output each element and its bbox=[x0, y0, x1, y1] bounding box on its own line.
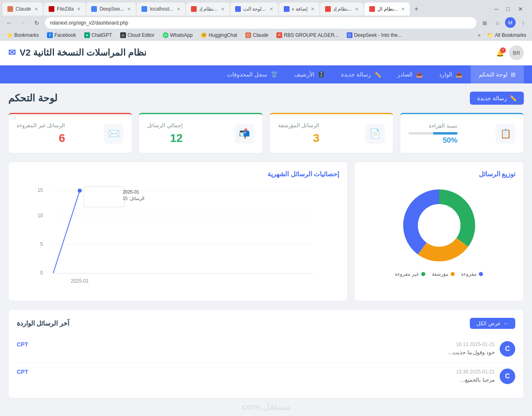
app-title: نظام المراسلات النسخة الثانية V2 ✉ bbox=[8, 47, 146, 58]
close-button[interactable]: ✕ bbox=[515, 5, 526, 13]
nav-new-message[interactable]: ✏️ رسالة جديدة bbox=[333, 65, 389, 83]
bookmark-rbs[interactable]: R RBS GROUPE ALGER... bbox=[273, 31, 341, 39]
msg-avatar-2: C bbox=[500, 369, 515, 384]
bookmark-huggingchat[interactable]: 🤗 HuggingChat bbox=[198, 31, 240, 39]
msg-top-2: 2025-01-21 15:39 CPT bbox=[17, 369, 495, 375]
view-all-button[interactable]: ← عرض الكل bbox=[470, 318, 515, 329]
y-label-10: 10 bbox=[38, 213, 43, 218]
msg-time-1: 2025-01-21 16:13 bbox=[456, 342, 495, 347]
address-input[interactable] bbox=[45, 17, 476, 29]
app-title-text: نظام المراسلات النسخة الثانية V2 bbox=[20, 47, 146, 58]
donut-chart-title: توزيع الرسائل bbox=[363, 170, 515, 178]
tab-close-nda2[interactable]: ✕ bbox=[355, 7, 359, 12]
mail-icon: ✉ bbox=[8, 47, 16, 58]
bookmark-whatsapp[interactable]: W WhatsApp bbox=[159, 31, 196, 39]
line-chart-svg: 15 10 5 0 2025-01 bbox=[21, 184, 335, 291]
nav-dashboard[interactable]: ⊞ لوحة التحكم bbox=[471, 65, 524, 83]
notification-bell[interactable]: 🔔 7 bbox=[496, 49, 504, 57]
bookmark-star-icon[interactable]: ☆ bbox=[492, 17, 503, 29]
message-item-2[interactable]: C 2025-01-21 15:39 CPT مرحبا بالجميع... bbox=[17, 363, 515, 390]
settings-icon[interactable]: ⋮ bbox=[517, 17, 529, 29]
trash-icon: 🗑️ bbox=[271, 71, 278, 78]
msg-top-1: 2025-01-21 16:13 CPT bbox=[17, 341, 495, 348]
new-message-button[interactable]: ✏️ رسالة جديدة bbox=[470, 92, 524, 105]
nav-dashboard-label: لوحة التحكم bbox=[479, 71, 507, 78]
read-rate-icon: 📋 bbox=[496, 124, 515, 144]
pencil-icon: ✏️ bbox=[510, 95, 516, 101]
whatsapp-icon: W bbox=[163, 32, 168, 38]
nav-new-message-label: رسالة جديدة bbox=[341, 71, 371, 78]
address-bar-row: ← → ↻ ⊞ ☆ M ⋮ bbox=[0, 16, 532, 30]
total-info: إجمالي الرسائل 12 bbox=[147, 122, 183, 145]
page-title: لوحة التحكم bbox=[8, 92, 57, 104]
tab-deepseek[interactable]: DeepSee... ✕ bbox=[86, 2, 136, 16]
forward-button[interactable]: → bbox=[17, 17, 29, 29]
claude-bk-label: Claude bbox=[253, 32, 268, 38]
line-chart-title: إحصائيات الرسائل الشهرية bbox=[17, 170, 339, 178]
bookmark-facebook[interactable]: f Facebook bbox=[44, 31, 79, 39]
nav-outbox[interactable]: 📤 الصادر bbox=[389, 65, 431, 83]
tab-localhost[interactable]: localhost... ✕ bbox=[137, 2, 185, 16]
tab-loha[interactable]: لوحة الت... ✕ bbox=[230, 2, 278, 16]
bookmark-cloud-editor[interactable]: ◎ Cloud Editor bbox=[117, 31, 158, 39]
tab-close-localhost[interactable]: ✕ bbox=[177, 7, 180, 12]
cloud-editor-icon: ◎ bbox=[120, 32, 126, 38]
tab-nda1[interactable]: نظام إد... ✕ bbox=[186, 2, 229, 16]
maximize-button[interactable]: □ bbox=[503, 5, 513, 13]
cloud-editor-label: Cloud Editor bbox=[128, 32, 155, 38]
tab-idafa[interactable]: إضافة ء ✕ bbox=[279, 2, 319, 16]
bookmark-claude[interactable]: C Claude bbox=[242, 31, 272, 39]
tab-filezilla[interactable]: FileZilla ✕ bbox=[44, 2, 85, 16]
all-bookmarks[interactable]: 📁 All Bookmarks bbox=[485, 31, 529, 39]
tab-label-nda2: نظام إد... bbox=[333, 6, 352, 12]
inbox-icon: 📥 bbox=[456, 71, 462, 78]
bookmark-chatgpt[interactable]: ● ChatGPT bbox=[81, 31, 115, 39]
section-header: ← عرض الكل آخر الرسائل الواردة bbox=[17, 318, 515, 329]
nav-inbox[interactable]: 📥 الوارد bbox=[431, 65, 471, 83]
tab-close-claude[interactable]: ✕ bbox=[34, 7, 38, 12]
minimize-button[interactable]: ─ bbox=[491, 5, 502, 13]
app-header: BR 🔔 7 نظام المراسلات النسخة الثانية V2 … bbox=[0, 40, 532, 65]
browser-chrome: Claude ✕ FileZilla ✕ DeepSee... ✕ localh… bbox=[0, 0, 532, 40]
donut-center bbox=[418, 204, 460, 247]
tooltip-messages-label: الرسائل: 15 bbox=[123, 196, 144, 201]
tab-close-idafa[interactable]: ✕ bbox=[311, 7, 314, 12]
tab-close-loha[interactable]: ✕ bbox=[269, 7, 273, 12]
tab-close-filezilla[interactable]: ✕ bbox=[77, 7, 81, 12]
starred-info: الرسائل المؤرشفة 3 bbox=[278, 122, 320, 145]
user-initials: BR bbox=[513, 50, 520, 56]
tab-bar: Claude ✕ FileZilla ✕ DeepSee... ✕ localh… bbox=[0, 0, 532, 16]
window-controls: ─ □ ✕ bbox=[488, 5, 530, 13]
starred-value: 3 bbox=[278, 132, 320, 145]
y-label-0: 0 bbox=[40, 270, 43, 276]
bookmarks-more[interactable]: » bbox=[476, 31, 483, 39]
nav-archive[interactable]: 🗄️ الأرشيف bbox=[286, 65, 333, 83]
total-icon: 📬 bbox=[235, 124, 254, 144]
tab-label-localhost: localhost... bbox=[150, 6, 173, 12]
progress-fill bbox=[433, 132, 458, 135]
tab-label-claude: Claude bbox=[16, 6, 31, 12]
tab-active[interactable]: نظام ال... ✕ bbox=[364, 2, 409, 16]
profile-icon[interactable]: M bbox=[505, 17, 516, 28]
tab-claude[interactable]: Claude ✕ bbox=[2, 2, 43, 16]
tab-close-nda1[interactable]: ✕ bbox=[221, 7, 224, 12]
donut-legend: غير مقروءة مؤرشفة مقروءة bbox=[395, 271, 483, 277]
nav-deleted[interactable]: 🗑️ سجل المحذوفات bbox=[219, 65, 286, 83]
tab-nda2[interactable]: نظام إد... ✕ bbox=[320, 2, 364, 16]
message-item[interactable]: C 2025-01-21 16:13 CPT خود وقول ما حذيت.… bbox=[17, 335, 515, 363]
new-tab-button[interactable]: + bbox=[411, 3, 422, 15]
extensions-icon[interactable]: ⊞ bbox=[479, 17, 490, 29]
reload-button[interactable]: ↻ bbox=[31, 17, 43, 29]
back-button[interactable]: ← bbox=[3, 17, 15, 29]
unread-info: الرسائل غير المقروءة 6 bbox=[17, 122, 65, 145]
tab-close-deepseek[interactable]: ✕ bbox=[127, 7, 131, 12]
tab-favicon-filezilla bbox=[49, 6, 54, 12]
tab-close-active[interactable]: ✕ bbox=[401, 7, 405, 12]
bookmark-deepseek[interactable]: D DeepSeek - Into the... bbox=[343, 31, 405, 39]
bookmark-star[interactable]: ⭐ Bookmarks bbox=[3, 31, 42, 39]
legend-item-unread: غير مقروءة bbox=[395, 271, 425, 277]
tab-label-active: نظام ال... bbox=[377, 6, 397, 12]
total-value: 12 bbox=[147, 132, 183, 145]
arrow-left-icon: ← bbox=[503, 320, 509, 326]
msg-preview-2: مرحبا بالجميع... bbox=[17, 377, 495, 383]
